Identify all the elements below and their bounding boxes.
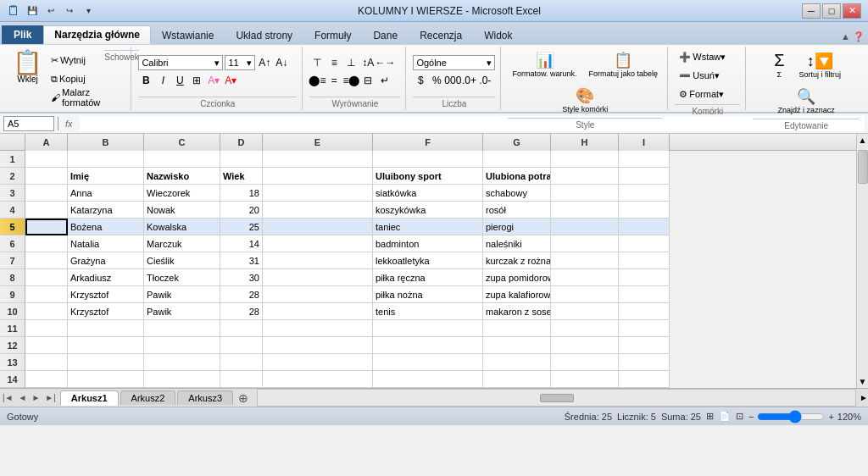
tab-formuly[interactable]: Formuły (303, 25, 362, 44)
cell-C7[interactable]: Cieślik (144, 252, 220, 269)
cell-H4[interactable] (551, 202, 619, 219)
cell-D1[interactable] (220, 151, 263, 168)
cell-E11[interactable] (263, 320, 373, 337)
cell-C3[interactable]: Wieczorek (144, 185, 220, 202)
font-decrease-btn[interactable]: A↓ (274, 55, 289, 70)
cell-F4[interactable]: koszykówka (373, 202, 483, 219)
cell-C13[interactable] (144, 354, 220, 371)
fill-color-btn[interactable]: A▾ (206, 73, 221, 88)
row-header-2[interactable]: 2 (0, 168, 25, 185)
cell-B2[interactable]: Imię (68, 168, 144, 185)
format-button[interactable]: ⚙ Format▾ (675, 86, 728, 102)
cell-B13[interactable] (68, 354, 144, 371)
cell-I6[interactable] (619, 235, 670, 252)
underline-button[interactable]: U (172, 73, 187, 88)
thousands-btn[interactable]: 000 (445, 73, 460, 88)
cell-B5[interactable]: Bożena (68, 219, 144, 235)
cell-C6[interactable]: Marczuk (144, 235, 220, 252)
cell-D2[interactable]: Wiek (220, 168, 263, 185)
cell-A3[interactable] (25, 185, 68, 202)
cell-D14[interactable] (220, 371, 263, 388)
cell-G2[interactable]: Ulubiona potrawa (483, 168, 551, 185)
row-header-1[interactable]: 1 (0, 151, 25, 168)
sum-button[interactable]: Σ Σ (767, 48, 791, 81)
scroll-up-btn[interactable]: ▲ (857, 134, 868, 147)
sheet-scroll-last[interactable]: ►| (42, 393, 58, 402)
cell-I8[interactable] (619, 269, 670, 286)
name-box[interactable]: A5 (3, 116, 54, 131)
cell-A12[interactable] (25, 337, 68, 354)
formula-input[interactable] (80, 116, 865, 131)
quick-save-btn[interactable]: 💾 (24, 3, 41, 19)
cell-C12[interactable] (144, 337, 220, 354)
cell-H1[interactable] (551, 151, 619, 168)
cell-H14[interactable] (551, 371, 619, 388)
sheet-tab-arkusz3[interactable]: Arkusz3 (177, 390, 233, 405)
cell-I10[interactable] (619, 303, 670, 320)
format-table-button[interactable]: 📋 Formatuj jako tabelę (585, 48, 663, 80)
cell-E6[interactable] (263, 235, 373, 252)
cell-I13[interactable] (619, 354, 670, 371)
col-header-h[interactable]: H (551, 134, 619, 151)
cell-F8[interactable]: piłka ręczna (373, 269, 483, 286)
cell-F9[interactable]: piłka nożna (373, 286, 483, 303)
percent-btn[interactable]: % (429, 73, 444, 88)
cell-G13[interactable] (483, 354, 551, 371)
cell-A14[interactable] (25, 371, 68, 388)
cell-B1[interactable] (68, 151, 144, 168)
cell-C5[interactable]: Kowalska (144, 219, 220, 235)
cell-H12[interactable] (551, 337, 619, 354)
cell-G4[interactable]: rosół (483, 202, 551, 219)
row-header-6[interactable]: 6 (0, 235, 25, 252)
align-center-btn[interactable]: = (326, 73, 342, 88)
row-header-14[interactable]: 14 (0, 371, 25, 388)
row-header-8[interactable]: 8 (0, 269, 25, 286)
cell-E13[interactable] (263, 354, 373, 371)
cell-A6[interactable] (25, 235, 68, 252)
cell-F7[interactable]: lekkoatletyka (373, 252, 483, 269)
row-header-13[interactable]: 13 (0, 354, 25, 371)
currency-btn[interactable]: $ (413, 73, 428, 88)
sheet-scroll-first[interactable]: |◄ (0, 393, 16, 402)
col-header-i[interactable]: I (619, 134, 670, 151)
cell-H11[interactable] (551, 320, 619, 337)
tab-plik[interactable]: Plik (2, 25, 43, 44)
zoom-slider[interactable] (757, 413, 825, 420)
cell-E3[interactable] (263, 185, 373, 202)
cell-I12[interactable] (619, 337, 670, 354)
col-header-f[interactable]: F (373, 134, 483, 151)
row-header-12[interactable]: 12 (0, 337, 25, 354)
corner-cell[interactable] (0, 134, 25, 151)
cell-C8[interactable]: Tłoczek (144, 269, 220, 286)
cell-E5[interactable] (263, 219, 373, 235)
new-sheet-button[interactable]: ⊕ (233, 391, 253, 405)
cell-A10[interactable] (25, 303, 68, 320)
cell-B4[interactable]: Katarzyna (68, 202, 144, 219)
format-painter-button[interactable]: 🖌Malarz formatów (47, 89, 104, 106)
cell-B6[interactable]: Natalia (68, 235, 144, 252)
bold-button[interactable]: B (138, 73, 153, 88)
cell-F2[interactable]: Uluibony sport (373, 168, 483, 185)
border-button[interactable]: ⊞ (189, 73, 204, 88)
number-format-dropdown[interactable]: Ogólne▾ (413, 55, 495, 70)
align-right-btn[interactable]: ≡⬤ (343, 73, 359, 88)
cell-G1[interactable] (483, 151, 551, 168)
sheet-scroll-prev[interactable]: ◄ (16, 393, 30, 402)
cell-E1[interactable] (263, 151, 373, 168)
cell-G11[interactable] (483, 320, 551, 337)
cell-F6[interactable]: badminton (373, 235, 483, 252)
quick-undo-btn[interactable]: ↩ (42, 3, 59, 19)
cell-E8[interactable] (263, 269, 373, 286)
maximize-button[interactable]: □ (822, 3, 841, 19)
sheet-scroll-next[interactable]: ► (29, 393, 42, 402)
cell-A8[interactable] (25, 269, 68, 286)
cell-H2[interactable] (551, 168, 619, 185)
cell-B8[interactable]: Arkadiusz (68, 269, 144, 286)
cell-C4[interactable]: Nowak (144, 202, 220, 219)
row-header-3[interactable]: 3 (0, 185, 25, 202)
italic-button[interactable]: I (155, 73, 170, 88)
quick-redo-btn[interactable]: ↪ (61, 3, 78, 19)
cell-H3[interactable] (551, 185, 619, 202)
row-header-4[interactable]: 4 (0, 202, 25, 219)
cell-I2[interactable] (619, 168, 670, 185)
